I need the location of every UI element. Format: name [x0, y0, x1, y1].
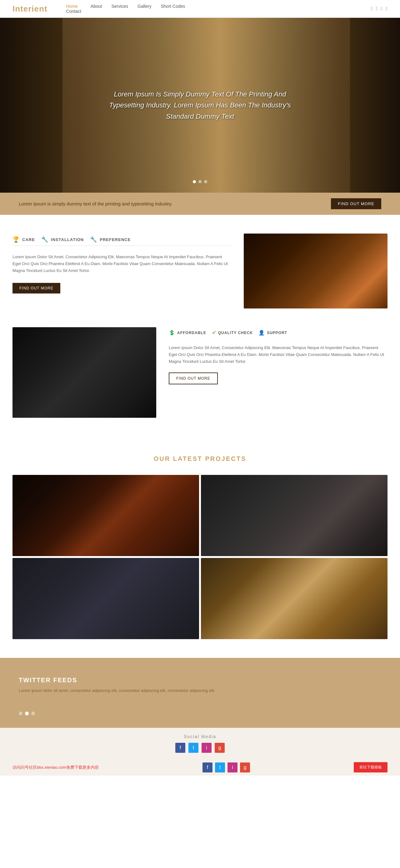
preference-icon: 🔧	[90, 236, 97, 243]
bottom-strip: 访问闪号社区bbs.xieniao.com免费下载更多内容 f t i g 前往…	[0, 759, 400, 776]
twitter-feeds-subtitle: Lorem ipsum dolor sit amet, consectetur …	[19, 688, 381, 693]
features-restaurant-image	[244, 234, 388, 308]
nav-home-group: Home Contact	[66, 4, 81, 14]
affordable-tab-label: AFFORDABLE	[177, 331, 206, 335]
second-find-out-more-button[interactable]: FIND OUT MORE	[169, 372, 218, 384]
second-tab-quality[interactable]: ✔ QUALITY CHECK	[212, 327, 258, 338]
social-instagram-icon[interactable]: i	[202, 743, 211, 753]
social-footer-title: Social Media	[184, 734, 216, 739]
projects-grid	[12, 475, 388, 639]
nav-link-services[interactable]: Services	[111, 4, 128, 14]
social-googleplus-icon[interactable]: g	[215, 743, 225, 753]
hero-right-decor	[350, 18, 400, 193]
instagram-icon[interactable]: 	[381, 6, 382, 11]
hero-content: Lorem Ipsum Is Simply Dummy Text Of The …	[91, 89, 309, 122]
site-logo: Interient	[12, 4, 48, 14]
nav-social-icons:    	[371, 6, 388, 11]
bottom-community-link[interactable]: 访问闪号社区bbs.xieniao.com免费下载更多内容	[12, 765, 99, 770]
bottom-googleplus-icon[interactable]: g	[240, 763, 250, 772]
nav-links: Home Contact About Services Gallery Shor…	[66, 4, 371, 14]
nav-link-about[interactable]: About	[91, 4, 102, 14]
nav-link-home[interactable]: Home	[66, 4, 81, 9]
features-left: 🏆 CARE 🔧 INSTALLATION 🔧 PREFERENCE Lorem…	[12, 234, 231, 308]
feature-tab-installation[interactable]: 🔧 INSTALLATION	[41, 234, 90, 245]
nav-link-short-codes[interactable]: Short Codes	[161, 4, 185, 14]
feature-tab-care[interactable]: 🏆 CARE	[12, 234, 41, 245]
project-image-2[interactable]	[201, 475, 388, 556]
preference-tab-label: PREFERENCE	[100, 237, 131, 242]
hero-dot-1[interactable]	[193, 180, 196, 183]
features-tabs: 🏆 CARE 🔧 INSTALLATION 🔧 PREFERENCE	[12, 234, 231, 246]
quality-check-icon: ✔	[212, 330, 216, 336]
features-section: 🏆 CARE 🔧 INSTALLATION 🔧 PREFERENCE Lorem…	[0, 215, 400, 327]
affordable-icon: 💲	[169, 330, 175, 336]
twitter-feeds-section: TWITTER FEEDS Lorem ipsum dolor sit amet…	[0, 658, 400, 728]
social-footer: Social Media f t i g	[0, 728, 400, 759]
project-image-3[interactable]	[12, 558, 199, 639]
care-icon: 🏆	[12, 236, 20, 243]
hero-dot-3[interactable]	[204, 180, 207, 183]
projects-title: OUR LATEST PROJECTS	[12, 455, 388, 462]
navbar: Interient Home Contact About Services Ga…	[0, 0, 400, 18]
second-features-row: 💲 AFFORDABLE ✔ QUALITY CHECK 👤 SUPPORT L…	[0, 327, 400, 436]
features-find-out-more-button[interactable]: FIND OUT MORE	[12, 283, 60, 293]
second-body-text: Lorem Ipsum Dolor Sit Amet, Consectetur …	[169, 344, 388, 365]
bottom-facebook-icon[interactable]: f	[202, 763, 212, 772]
support-icon: 👤	[258, 330, 265, 336]
second-tabs: 💲 AFFORDABLE ✔ QUALITY CHECK 👤 SUPPORT	[169, 327, 388, 338]
googleplus-icon[interactable]: 	[385, 6, 388, 11]
social-facebook-icon[interactable]: f	[175, 743, 185, 753]
hero-left-decor	[0, 18, 62, 193]
hero-text: Lorem Ipsum Is Simply Dummy Text Of The …	[103, 89, 297, 122]
support-tab-label: SUPPORT	[267, 331, 287, 335]
bottom-twitter-icon[interactable]: t	[215, 763, 225, 772]
download-template-button[interactable]: 前往下载模板	[354, 762, 388, 772]
conference-room-image	[12, 327, 156, 418]
bottom-instagram-icon[interactable]: i	[228, 763, 237, 772]
twitter-carousel-dots	[19, 712, 381, 715]
banner-text: Lorem Ipsum is simply dummy text of the …	[19, 201, 172, 206]
nav-link-contact[interactable]: Contact	[66, 9, 81, 14]
feature-tab-preference[interactable]: 🔧 PREFERENCE	[90, 234, 137, 245]
second-features-right: 💲 AFFORDABLE ✔ QUALITY CHECK 👤 SUPPORT L…	[169, 327, 388, 418]
twitter-dot-1[interactable]	[19, 712, 23, 715]
features-body-text: Lorem Ipsum Dolor Sit Amet, Consectetur …	[12, 253, 231, 274]
banner-find-out-more-button[interactable]: FIND OUT MORE	[331, 198, 381, 209]
hero-carousel-dots	[193, 180, 207, 183]
banner-strip: Lorem Ipsum is simply dummy text of the …	[0, 193, 400, 215]
twitter-icon[interactable]: 	[376, 6, 377, 11]
social-twitter-icon[interactable]: t	[189, 743, 198, 753]
nav-link-gallery[interactable]: Gallery	[138, 4, 151, 14]
bottom-social-row: f t i g	[202, 763, 250, 772]
care-tab-label: CARE	[22, 237, 35, 242]
second-tab-affordable[interactable]: 💲 AFFORDABLE	[169, 327, 212, 338]
second-tab-support[interactable]: 👤 SUPPORT	[258, 327, 293, 338]
quality-tab-label: QUALITY CHECK	[218, 331, 253, 335]
facebook-icon[interactable]: 	[371, 6, 373, 11]
hero-dot-2[interactable]	[198, 180, 202, 183]
project-image-1[interactable]	[12, 475, 199, 556]
twitter-dot-2[interactable]	[25, 712, 29, 715]
projects-section: OUR LATEST PROJECTS	[0, 436, 400, 658]
twitter-feeds-title: TWITTER FEEDS	[19, 677, 381, 684]
hero-section: Lorem Ipsum Is Simply Dummy Text Of The …	[0, 18, 400, 193]
twitter-dot-3[interactable]	[31, 712, 35, 715]
social-footer-icons: f t i g	[175, 743, 225, 753]
installation-icon: 🔧	[41, 236, 49, 243]
project-image-4[interactable]	[201, 558, 388, 639]
installation-tab-label: INSTALLATION	[51, 237, 84, 242]
